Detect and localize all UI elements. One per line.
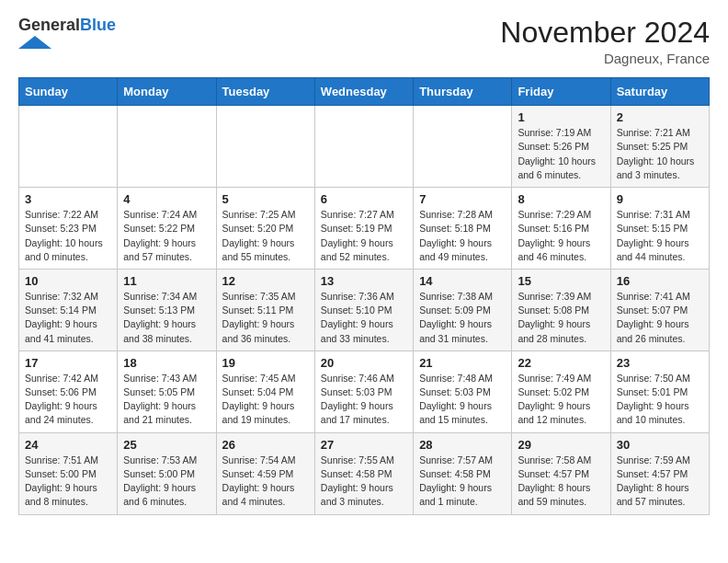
col-header-friday: Friday xyxy=(512,78,610,106)
calendar-cell xyxy=(216,106,314,188)
calendar-cell: 11Sunrise: 7:34 AM Sunset: 5:13 PM Dayli… xyxy=(118,269,216,350)
day-info: Sunrise: 7:49 AM Sunset: 5:02 PM Dayligh… xyxy=(518,372,604,428)
calendar-cell: 16Sunrise: 7:41 AM Sunset: 5:07 PM Dayli… xyxy=(610,269,709,350)
calendar-cell xyxy=(414,106,512,188)
calendar-header-row: SundayMondayTuesdayWednesdayThursdayFrid… xyxy=(19,78,710,106)
day-info: Sunrise: 7:45 AM Sunset: 5:04 PM Dayligh… xyxy=(222,372,309,428)
day-info: Sunrise: 7:36 AM Sunset: 5:10 PM Dayligh… xyxy=(321,290,407,346)
logo-text: GeneralBlue xyxy=(18,17,116,35)
day-number: 18 xyxy=(123,356,210,370)
logo-general: General xyxy=(18,16,80,34)
calendar-cell: 13Sunrise: 7:36 AM Sunset: 5:10 PM Dayli… xyxy=(314,269,413,350)
day-number: 24 xyxy=(25,438,111,452)
day-number: 15 xyxy=(518,274,604,288)
day-number: 30 xyxy=(617,438,703,452)
col-header-monday: Monday xyxy=(118,78,216,106)
logo-icon xyxy=(18,36,51,49)
day-info: Sunrise: 7:35 AM Sunset: 5:11 PM Dayligh… xyxy=(222,290,309,346)
day-info: Sunrise: 7:22 AM Sunset: 5:23 PM Dayligh… xyxy=(25,208,111,264)
day-info: Sunrise: 7:31 AM Sunset: 5:15 PM Dayligh… xyxy=(617,208,703,264)
day-number: 4 xyxy=(123,192,210,206)
day-number: 8 xyxy=(518,192,604,206)
calendar-cell: 26Sunrise: 7:54 AM Sunset: 4:59 PM Dayli… xyxy=(216,432,314,514)
day-info: Sunrise: 7:34 AM Sunset: 5:13 PM Dayligh… xyxy=(123,290,210,346)
calendar-cell: 22Sunrise: 7:49 AM Sunset: 5:02 PM Dayli… xyxy=(512,350,610,432)
calendar-cell xyxy=(19,106,118,188)
month-title: November 2024 xyxy=(500,17,710,49)
calendar-cell: 19Sunrise: 7:45 AM Sunset: 5:04 PM Dayli… xyxy=(216,350,314,432)
calendar-cell: 23Sunrise: 7:50 AM Sunset: 5:01 PM Dayli… xyxy=(610,350,709,432)
day-info: Sunrise: 7:55 AM Sunset: 4:58 PM Dayligh… xyxy=(321,454,407,510)
calendar-cell: 9Sunrise: 7:31 AM Sunset: 5:15 PM Daylig… xyxy=(610,188,709,270)
day-number: 17 xyxy=(25,356,111,370)
day-number: 11 xyxy=(123,274,210,288)
location: Dagneux, France xyxy=(500,51,710,66)
day-info: Sunrise: 7:25 AM Sunset: 5:20 PM Dayligh… xyxy=(222,208,309,264)
day-number: 9 xyxy=(617,192,703,206)
day-number: 13 xyxy=(321,274,407,288)
day-number: 22 xyxy=(518,356,604,370)
day-number: 5 xyxy=(222,192,309,206)
calendar-cell: 21Sunrise: 7:48 AM Sunset: 5:03 PM Dayli… xyxy=(414,350,512,432)
day-info: Sunrise: 7:27 AM Sunset: 5:19 PM Dayligh… xyxy=(321,208,407,264)
day-info: Sunrise: 7:50 AM Sunset: 5:01 PM Dayligh… xyxy=(617,372,703,428)
day-number: 25 xyxy=(123,438,210,452)
col-header-tuesday: Tuesday xyxy=(216,78,314,106)
day-info: Sunrise: 7:19 AM Sunset: 5:26 PM Dayligh… xyxy=(518,126,604,182)
calendar-cell xyxy=(314,106,413,188)
page: GeneralBlue November 2024 Dagneux, Franc… xyxy=(0,0,728,532)
day-info: Sunrise: 7:59 AM Sunset: 4:57 PM Dayligh… xyxy=(617,454,703,510)
day-number: 3 xyxy=(25,192,111,206)
calendar-cell: 24Sunrise: 7:51 AM Sunset: 5:00 PM Dayli… xyxy=(19,432,118,514)
day-info: Sunrise: 7:21 AM Sunset: 5:25 PM Dayligh… xyxy=(617,126,703,182)
day-number: 26 xyxy=(222,438,309,452)
calendar-cell: 12Sunrise: 7:35 AM Sunset: 5:11 PM Dayli… xyxy=(216,269,314,350)
header: GeneralBlue November 2024 Dagneux, Franc… xyxy=(18,17,710,66)
calendar-week-3: 10Sunrise: 7:32 AM Sunset: 5:14 PM Dayli… xyxy=(19,269,710,350)
calendar-week-5: 24Sunrise: 7:51 AM Sunset: 5:00 PM Dayli… xyxy=(19,432,710,514)
day-info: Sunrise: 7:54 AM Sunset: 4:59 PM Dayligh… xyxy=(222,454,309,510)
day-info: Sunrise: 7:28 AM Sunset: 5:18 PM Dayligh… xyxy=(419,208,506,264)
calendar-cell: 8Sunrise: 7:29 AM Sunset: 5:16 PM Daylig… xyxy=(512,188,610,270)
day-info: Sunrise: 7:48 AM Sunset: 5:03 PM Dayligh… xyxy=(419,372,506,428)
day-number: 29 xyxy=(518,438,604,452)
calendar-cell: 15Sunrise: 7:39 AM Sunset: 5:08 PM Dayli… xyxy=(512,269,610,350)
day-number: 2 xyxy=(617,110,703,124)
calendar-cell: 17Sunrise: 7:42 AM Sunset: 5:06 PM Dayli… xyxy=(19,350,118,432)
calendar-cell: 1Sunrise: 7:19 AM Sunset: 5:26 PM Daylig… xyxy=(512,106,610,188)
day-info: Sunrise: 7:46 AM Sunset: 5:03 PM Dayligh… xyxy=(321,372,407,428)
col-header-saturday: Saturday xyxy=(610,78,709,106)
calendar-cell: 6Sunrise: 7:27 AM Sunset: 5:19 PM Daylig… xyxy=(314,188,413,270)
day-info: Sunrise: 7:38 AM Sunset: 5:09 PM Dayligh… xyxy=(419,290,506,346)
day-number: 27 xyxy=(321,438,407,452)
calendar-cell: 27Sunrise: 7:55 AM Sunset: 4:58 PM Dayli… xyxy=(314,432,413,514)
day-number: 6 xyxy=(321,192,407,206)
day-info: Sunrise: 7:24 AM Sunset: 5:22 PM Dayligh… xyxy=(123,208,210,264)
day-number: 1 xyxy=(518,110,604,124)
day-info: Sunrise: 7:43 AM Sunset: 5:05 PM Dayligh… xyxy=(123,372,210,428)
calendar-cell: 25Sunrise: 7:53 AM Sunset: 5:00 PM Dayli… xyxy=(118,432,216,514)
svg-marker-0 xyxy=(18,36,51,49)
calendar-week-4: 17Sunrise: 7:42 AM Sunset: 5:06 PM Dayli… xyxy=(19,350,710,432)
day-info: Sunrise: 7:51 AM Sunset: 5:00 PM Dayligh… xyxy=(25,454,111,510)
calendar-cell: 14Sunrise: 7:38 AM Sunset: 5:09 PM Dayli… xyxy=(414,269,512,350)
calendar-week-1: 1Sunrise: 7:19 AM Sunset: 5:26 PM Daylig… xyxy=(19,106,710,188)
calendar-cell: 10Sunrise: 7:32 AM Sunset: 5:14 PM Dayli… xyxy=(19,269,118,350)
calendar-cell: 3Sunrise: 7:22 AM Sunset: 5:23 PM Daylig… xyxy=(19,188,118,270)
title-block: November 2024 Dagneux, France xyxy=(500,17,710,66)
logo: GeneralBlue xyxy=(18,17,116,49)
calendar-cell: 28Sunrise: 7:57 AM Sunset: 4:58 PM Dayli… xyxy=(414,432,512,514)
day-number: 7 xyxy=(419,192,506,206)
calendar-cell: 30Sunrise: 7:59 AM Sunset: 4:57 PM Dayli… xyxy=(610,432,709,514)
day-number: 21 xyxy=(419,356,506,370)
day-number: 14 xyxy=(419,274,506,288)
day-number: 20 xyxy=(321,356,407,370)
day-info: Sunrise: 7:29 AM Sunset: 5:16 PM Dayligh… xyxy=(518,208,604,264)
day-info: Sunrise: 7:53 AM Sunset: 5:00 PM Dayligh… xyxy=(123,454,210,510)
day-info: Sunrise: 7:39 AM Sunset: 5:08 PM Dayligh… xyxy=(518,290,604,346)
calendar-cell: 5Sunrise: 7:25 AM Sunset: 5:20 PM Daylig… xyxy=(216,188,314,270)
day-info: Sunrise: 7:58 AM Sunset: 4:57 PM Dayligh… xyxy=(518,454,604,510)
calendar-cell: 18Sunrise: 7:43 AM Sunset: 5:05 PM Dayli… xyxy=(118,350,216,432)
calendar-cell: 4Sunrise: 7:24 AM Sunset: 5:22 PM Daylig… xyxy=(118,188,216,270)
day-info: Sunrise: 7:41 AM Sunset: 5:07 PM Dayligh… xyxy=(617,290,703,346)
